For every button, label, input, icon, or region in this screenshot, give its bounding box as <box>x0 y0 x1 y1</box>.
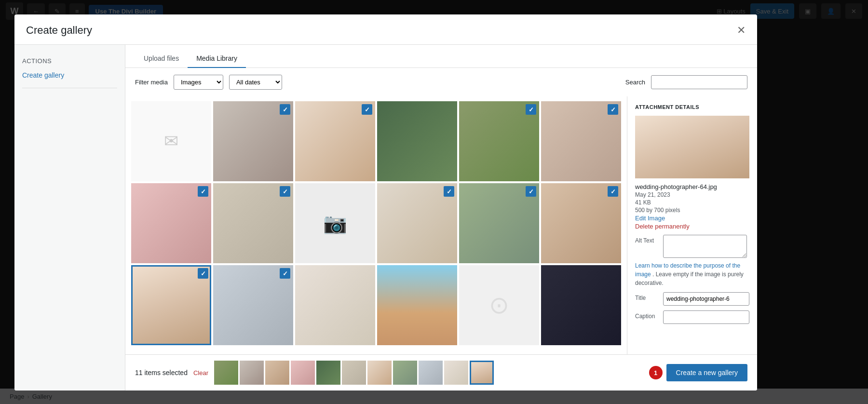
check-mark: ✓ <box>444 186 454 197</box>
filter-date-select[interactable]: All dates 2023 2022 <box>229 75 282 90</box>
delete-permanently-link[interactable]: Delete permanently <box>635 223 749 230</box>
tab-media-library[interactable]: Media Library <box>188 51 246 68</box>
media-item[interactable]: ✓ <box>213 265 293 345</box>
tab-upload-files[interactable]: Upload files <box>135 51 188 68</box>
media-grid-scroll[interactable]: ✉ ✓ ✓ <box>125 96 627 354</box>
modal-header: Create gallery ✕ <box>14 14 757 45</box>
media-item[interactable]: 📷 <box>295 183 375 263</box>
modal-main: Upload files Media Library Filter media … <box>125 45 757 391</box>
media-item[interactable]: ✓ <box>459 183 539 263</box>
selected-thumb-active[interactable] <box>470 361 494 385</box>
media-item[interactable] <box>295 265 375 345</box>
selected-thumbnails <box>214 361 643 385</box>
clear-selection-link[interactable]: Clear <box>193 369 208 377</box>
check-mark: ✓ <box>280 104 290 115</box>
sidebar-actions-label: Actions <box>14 54 125 67</box>
alt-text-input[interactable] <box>663 235 747 258</box>
selected-thumb[interactable] <box>342 361 366 385</box>
modal-bottom: 11 items selected Clear 1 <box>125 354 757 391</box>
media-item[interactable]: ✓ <box>541 183 621 263</box>
attachment-details-panel: ATTACHMENT DETAILS wedding-photographer-… <box>627 96 757 354</box>
check-mark: ✓ <box>362 104 372 115</box>
search-label: Search <box>625 79 645 86</box>
check-mark: ✓ <box>608 104 618 115</box>
check-mark: ✓ <box>526 186 536 197</box>
caption-label: Caption <box>635 310 659 320</box>
media-item[interactable]: ✓ <box>459 101 539 181</box>
attachment-dimensions: 500 by 700 pixels <box>635 207 749 214</box>
modal-body: Actions Create gallery Upload files Medi… <box>14 45 757 391</box>
attachment-details-title: ATTACHMENT DETAILS <box>635 104 749 110</box>
caption-field-row: Caption <box>635 310 749 324</box>
modal-title: Create gallery <box>26 24 92 37</box>
modal-close-button[interactable]: ✕ <box>737 25 746 36</box>
media-item[interactable]: ✓ <box>213 101 293 181</box>
alt-text-help-text: . Leave empty if the image is purely dec… <box>635 271 744 286</box>
media-item[interactable]: ✓ <box>541 101 621 181</box>
title-field-row: Title <box>635 292 749 306</box>
media-grid: ✉ ✓ ✓ <box>131 101 621 345</box>
media-item[interactable] <box>541 265 621 345</box>
check-mark: ✓ <box>198 186 208 197</box>
title-input[interactable] <box>663 292 749 306</box>
media-item-selected[interactable]: ✓ <box>131 265 211 345</box>
create-gallery-modal: Create gallery ✕ Actions Create gallery … <box>14 14 757 391</box>
selected-thumb[interactable] <box>240 361 264 385</box>
selected-thumb[interactable] <box>393 361 417 385</box>
selected-thumb[interactable] <box>419 361 443 385</box>
create-new-gallery-button[interactable]: Create a new gallery <box>666 364 747 381</box>
media-item[interactable] <box>377 265 457 345</box>
attachment-preview <box>635 116 749 178</box>
create-button-wrapper: 1 Create a new gallery <box>649 364 747 381</box>
step-badge: 1 <box>649 366 663 379</box>
edit-image-link[interactable]: Edit Image <box>635 215 749 222</box>
search-input[interactable] <box>651 75 747 89</box>
check-mark: ✓ <box>280 186 290 197</box>
caption-input[interactable] <box>663 310 749 324</box>
selected-thumb[interactable] <box>265 361 289 385</box>
selected-count: 11 items selected <box>135 369 188 377</box>
modal-sidebar: Actions Create gallery <box>14 45 125 391</box>
media-grid-area: ✉ ✓ ✓ <box>125 96 757 354</box>
title-label: Title <box>635 292 659 301</box>
selected-thumb[interactable] <box>367 361 392 385</box>
filter-media-label: Filter media <box>135 79 168 86</box>
check-mark: ✓ <box>608 186 618 197</box>
check-mark: ✓ <box>280 268 290 279</box>
sidebar-divider <box>22 88 117 88</box>
filter-bar: Filter media Images Video Audio All date… <box>125 68 757 96</box>
modal-tabs: Upload files Media Library <box>125 45 757 68</box>
check-mark: ✓ <box>526 104 536 115</box>
media-item[interactable]: ✓ <box>131 183 211 263</box>
media-item[interactable]: ✓ <box>377 183 457 263</box>
attachment-filename: wedding-photographer-64.jpg <box>635 183 749 190</box>
media-item[interactable]: ✓ <box>213 183 293 263</box>
selected-thumb[interactable] <box>214 361 238 385</box>
selected-thumb[interactable] <box>444 361 468 385</box>
attachment-filesize: 41 KB <box>635 199 749 206</box>
check-mark: ✓ <box>198 268 208 279</box>
sidebar-create-gallery[interactable]: Create gallery <box>14 67 125 83</box>
filter-type-select[interactable]: Images Video Audio <box>174 75 223 90</box>
attachment-date: May 21, 2023 <box>635 191 749 198</box>
selected-thumb[interactable] <box>291 361 315 385</box>
media-item[interactable]: ✉ <box>131 101 211 181</box>
media-item[interactable]: ⊙ <box>459 265 539 345</box>
alt-text-field-row: Alt Text <box>635 235 749 259</box>
media-item[interactable]: ✓ <box>295 101 375 181</box>
alt-text-label: Alt Text <box>635 235 659 244</box>
selected-thumb[interactable] <box>316 361 340 385</box>
media-item[interactable] <box>377 101 457 181</box>
